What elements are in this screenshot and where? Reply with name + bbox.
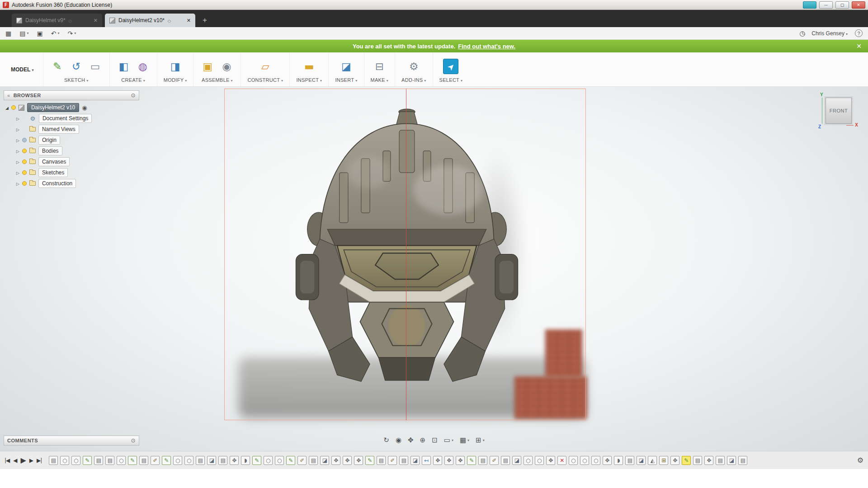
measure-icon[interactable]: ▬ (302, 59, 317, 74)
timeline-feature-icon[interactable] (580, 456, 589, 465)
timeline-feature-icon[interactable] (614, 456, 623, 465)
ribbon-group-label[interactable]: ASSEMBLE (202, 77, 233, 83)
press-pull-icon[interactable]: ◨ (168, 59, 183, 74)
visibility-bulb-icon[interactable] (22, 160, 27, 164)
ribbon-group-label[interactable]: INSPECT (296, 77, 322, 83)
browser-header[interactable]: « BROWSER ⊙ (4, 90, 139, 100)
timeline-feature-icon[interactable] (94, 456, 103, 465)
timeline-feature-icon[interactable] (704, 456, 713, 465)
create-sphere-icon[interactable]: ◍ (135, 59, 151, 74)
expand-arrow-icon[interactable] (16, 126, 19, 132)
system-tray-icon[interactable] (803, 1, 816, 9)
expand-arrow-icon[interactable] (16, 148, 19, 154)
timeline-feature-icon[interactable] (230, 456, 239, 465)
new-tab-button[interactable]: + (198, 14, 212, 27)
expand-arrow-icon[interactable] (16, 169, 19, 176)
timeline-feature-icon[interactable] (365, 456, 374, 465)
browser-item-label[interactable]: Origin (38, 136, 60, 145)
timeline-feature-icon[interactable] (546, 456, 555, 465)
visibility-bulb-icon[interactable] (22, 149, 27, 153)
timeline-feature-icon[interactable] (670, 456, 679, 465)
insert-image-icon[interactable]: ◪ (339, 59, 354, 74)
timeline-feature-icon[interactable] (139, 456, 148, 465)
timeline-feature-icon[interactable] (320, 456, 329, 465)
expand-arrow-icon[interactable] (5, 104, 9, 111)
browser-item-canvases[interactable]: Canvases (4, 156, 139, 167)
view-cube-front-face[interactable]: FRONT (826, 98, 852, 124)
create-box-icon[interactable]: ◧ (116, 59, 132, 74)
browser-item-named-views[interactable]: Named Views (4, 124, 139, 135)
timeline-feature-icon[interactable] (297, 456, 307, 465)
timeline-feature-icon[interactable] (456, 456, 465, 465)
browser-item-origin[interactable]: Origin (4, 135, 139, 145)
construction-plane-icon[interactable]: ▱ (258, 59, 273, 74)
timeline-settings-gear-icon[interactable]: ⚙ (857, 456, 863, 465)
timeline-feature-icon[interactable] (716, 456, 725, 465)
timeline-feature-icon[interactable] (727, 456, 736, 465)
workspace-switcher[interactable]: MODEL (7, 52, 43, 86)
timeline-feature-icon[interactable] (637, 456, 646, 465)
timeline-feature-icon[interactable] (433, 456, 442, 465)
timeline-feature-icon[interactable] (83, 456, 92, 465)
timeline-feature-icon[interactable] (557, 456, 566, 465)
tab-daisyhelmet-v9[interactable]: DaisyHelmet v9* (12, 14, 102, 27)
panel-options-icon[interactable]: ⊙ (131, 437, 136, 444)
timeline-feature-icon[interactable] (354, 456, 363, 465)
help-icon[interactable]: ? (855, 29, 863, 37)
timeline-feature-icon[interactable] (569, 456, 578, 465)
ribbon-group-label[interactable]: ADD-INS (401, 77, 426, 83)
timeline-feature-icon[interactable] (648, 456, 657, 465)
timeline-feature-icon[interactable] (625, 456, 634, 465)
view-cube[interactable]: Y FRONT Z X (818, 92, 858, 132)
browser-item-label[interactable]: Sketches (38, 168, 68, 177)
timeline-feature-icon[interactable] (422, 456, 431, 465)
activate-component-radio[interactable] (82, 104, 87, 111)
timeline-go-to-start-icon[interactable]: |◀ (5, 457, 9, 464)
timeline-feature-icon[interactable] (693, 456, 702, 465)
ribbon-group-label[interactable]: MAKE (371, 77, 389, 83)
file-menu-icon[interactable]: ▤ (19, 30, 28, 37)
browser-item-document-settings[interactable]: Document Settings (4, 113, 139, 124)
timeline-feature-icon[interactable] (252, 456, 261, 465)
pan-icon[interactable]: ✥ (408, 436, 414, 444)
visibility-bulb-icon[interactable] (22, 170, 27, 175)
ribbon-group-label[interactable]: SKETCH (64, 77, 89, 83)
timeline-feature-icon[interactable] (60, 456, 69, 465)
tab-close-icon[interactable] (187, 18, 191, 23)
browser-item-construction[interactable]: Construction (4, 178, 139, 189)
browser-item-sketches[interactable]: Sketches (4, 167, 139, 178)
timeline-feature-icon[interactable] (218, 456, 227, 465)
orbit-icon[interactable]: ↻ (383, 436, 389, 444)
timeline-feature-icon[interactable] (535, 456, 544, 465)
rectangle-icon[interactable]: ▭ (88, 59, 103, 74)
timeline-feature-icon[interactable] (286, 456, 295, 465)
visibility-bulb-icon[interactable] (22, 181, 27, 186)
spline-icon[interactable]: ↺ (69, 59, 84, 74)
joint-icon[interactable]: ◉ (219, 59, 234, 74)
browser-item-label[interactable]: Named Views (38, 125, 79, 134)
job-status-clock-icon[interactable]: ◷ (799, 29, 805, 38)
minimize-button[interactable]: — (819, 1, 833, 9)
scripts-addins-icon[interactable]: ⚙ (406, 59, 421, 74)
redo-icon[interactable]: ↷ (67, 30, 76, 37)
comments-header[interactable]: COMMENTS ⊙ (4, 436, 139, 446)
timeline-feature-icon[interactable] (207, 456, 216, 465)
look-at-icon[interactable]: ◉ (396, 436, 401, 444)
timeline-feature-icon[interactable] (490, 456, 499, 465)
ribbon-group-label[interactable]: CONSTRUCT (247, 77, 283, 83)
timeline-feature-icon[interactable] (467, 456, 476, 465)
app-launcher-icon[interactable]: ▦ (5, 30, 11, 37)
browser-item-label[interactable]: Canvases (38, 157, 70, 166)
helmet-model[interactable] (287, 108, 527, 391)
ribbon-group-label[interactable]: INSERT (335, 77, 357, 83)
root-component-label[interactable]: DaisyHelmet2 v10 (27, 103, 79, 112)
timeline-feature-icon[interactable] (241, 456, 250, 465)
create-sketch-icon[interactable]: ✎ (50, 59, 65, 74)
timeline-feature-icon[interactable] (524, 456, 533, 465)
timeline-feature-icon[interactable] (264, 456, 273, 465)
banner-close-icon[interactable]: ✕ (856, 42, 862, 50)
timeline-feature-icon[interactable] (738, 456, 747, 465)
visibility-bulb-icon[interactable] (22, 138, 27, 142)
timeline-feature-icon[interactable] (184, 456, 193, 465)
timeline-feature-icon[interactable] (331, 456, 340, 465)
